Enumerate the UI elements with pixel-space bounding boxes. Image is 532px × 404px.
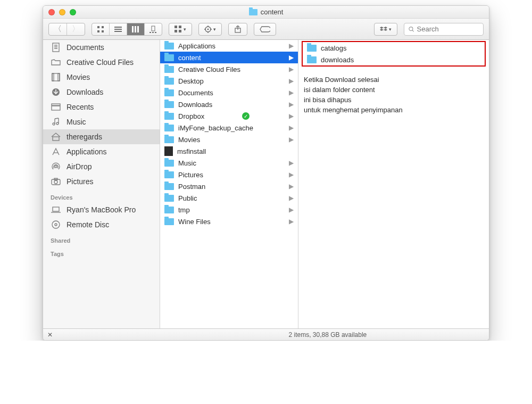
folder-icon [307,45,317,52]
list-item[interactable]: iMyFone_backup_cache▶ [160,122,298,134]
svg-rect-46 [53,137,59,141]
film-icon [51,73,61,81]
sidebar-item-recents[interactable]: Recents [43,100,160,114]
search-input[interactable] [417,25,479,33]
item-name: iMyFone_backup_cache [178,124,253,132]
view-gallery-button[interactable] [145,23,162,35]
svg-rect-42 [52,106,60,110]
search-field[interactable] [404,23,484,36]
folder-icon [164,218,174,225]
airdrop-icon [51,162,61,171]
list-item[interactable]: content▶ [160,52,298,63]
folder-icon [51,59,61,66]
sidebar-item-downloads[interactable]: Downloads [43,85,160,100]
sidebar-item-theregards[interactable]: theregards [43,129,160,144]
list-item[interactable]: Postman▶ [160,180,298,192]
back-button[interactable]: 〈 [49,23,67,35]
svg-rect-52 [53,207,59,211]
folder-icon [164,160,174,167]
list-item[interactable]: Documents▶ [160,87,298,98]
list-item[interactable]: Creative Cloud Files▶ [160,63,298,75]
list-item[interactable]: Public▶ [160,192,298,204]
folder-icon [164,113,174,120]
sidebar-item-remote-disc[interactable]: Remote Disc [43,217,160,232]
folder-icon [164,54,174,61]
folder-icon [164,207,174,213]
list-item[interactable]: Downloads▶ [160,98,298,110]
sidebar-item-label: Applications [66,147,107,156]
view-column-button[interactable] [127,23,145,35]
path-icon[interactable]: ✕ [47,331,53,339]
sidebar-item-label: Documents [66,43,104,52]
folder-icon [307,56,317,63]
chevron-right-icon: ▶ [289,101,294,108]
sidebar-item-music[interactable]: Music [43,114,160,129]
content-area: DocumentsCreative Cloud FilesMoviesDownl… [43,40,489,328]
tags-button[interactable] [254,23,276,36]
item-name: Downloads [178,101,212,109]
list-item[interactable]: Wine Files▶ [160,216,298,227]
svg-rect-5 [114,29,122,30]
list-item[interactable]: catalogs [303,42,485,54]
action-button[interactable]: ▾ [198,23,222,36]
list-item[interactable]: tmp▶ [160,204,298,216]
sidebar-item-movies[interactable]: Movies [43,70,160,85]
view-icon-button[interactable] [92,23,110,35]
sidebar-item-airdrop[interactable]: AirDrop [43,159,160,174]
folder-icon [164,195,174,202]
status-bar: ✕ 2 items, 30,88 GB available [43,328,489,340]
item-name: Movies [178,136,200,144]
share-button[interactable] [228,23,247,36]
svg-rect-13 [155,32,156,33]
folder-icon [249,9,257,15]
sidebar-header-tags: Tags [43,245,160,259]
column-2[interactable]: catalogsdownloads Ketika Download selesa… [298,40,489,328]
arrange-button[interactable]: ▾ [169,23,192,36]
svg-rect-37 [52,73,54,81]
list-item[interactable]: Music▶ [160,157,298,169]
camera-icon [51,178,61,185]
svg-rect-2 [97,30,99,32]
list-item[interactable]: Movies▶ [160,134,298,145]
list-item[interactable]: downloads [303,54,485,65]
forward-button[interactable]: 〉 [67,23,85,35]
svg-rect-38 [58,73,60,81]
chevron-right-icon: ▶ [289,124,294,131]
svg-rect-41 [52,104,60,105]
sidebar-item-ryan-s-macbook-pro[interactable]: Ryan's MacBook Pro [43,202,160,217]
sidebar-item-label: Ryan's MacBook Pro [66,205,136,214]
sidebar-item-pictures[interactable]: Pictures [43,174,160,189]
sidebar-item-label: Recents [66,103,94,111]
view-list-button[interactable] [110,23,127,35]
folder-icon [164,66,174,73]
toolbar: 〈 〉 ▾ ▾ [43,19,489,40]
sidebar-item-creative-cloud-files[interactable]: Creative Cloud Files [43,55,160,70]
list-item[interactable]: msfinstall [160,145,298,157]
dropbox-button[interactable]: ▾ [374,23,397,36]
list-item[interactable]: Applications▶ [160,40,298,52]
item-name: Desktop [178,77,204,85]
view-switcher [92,23,162,36]
sidebar-item-label: Downloads [66,88,103,96]
column-1[interactable]: Applications▶content▶Creative Cloud File… [160,40,298,328]
chevron-right-icon: ▶ [289,54,294,61]
list-item[interactable]: Desktop▶ [160,75,298,87]
item-name: Creative Cloud Files [178,65,240,73]
chevron-right-icon: ▶ [289,159,294,167]
apps-icon [51,147,61,156]
item-name: catalogs [321,44,346,52]
folder-icon [164,101,174,108]
sidebar[interactable]: DocumentsCreative Cloud FilesMoviesDownl… [43,40,160,328]
list-item[interactable]: Pictures▶ [160,169,298,180]
svg-rect-3 [102,30,104,32]
svg-rect-14 [174,26,177,28]
doc-icon [51,43,61,52]
list-item[interactable]: Dropbox✓▶ [160,110,298,122]
svg-marker-29 [384,29,387,31]
svg-rect-11 [149,32,151,33]
svg-point-50 [54,180,57,184]
sidebar-item-label: theregards [66,133,102,141]
download-icon [51,88,61,96]
sidebar-item-documents[interactable]: Documents [43,40,160,55]
sidebar-item-applications[interactable]: Applications [43,144,160,159]
